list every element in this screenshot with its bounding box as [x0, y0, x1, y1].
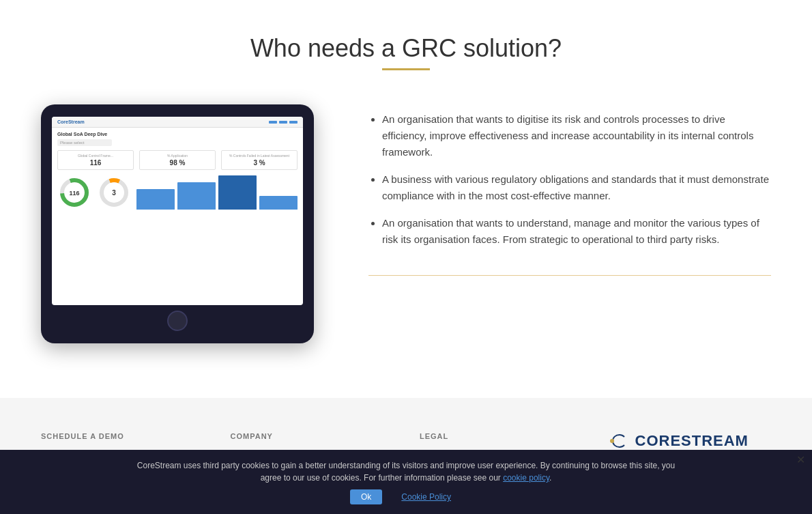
- nav-item[interactable]: [279, 121, 287, 124]
- bullet-item-3: An organisation that wants to understand…: [382, 215, 771, 248]
- bullet-list: An organisation that wants to digitise i…: [368, 111, 771, 248]
- tablet-frame: CoreStream Global SoA Deep Dive Please s…: [41, 104, 314, 343]
- stat-box-1: Global Control Frame... 116: [57, 150, 134, 170]
- stat-value-1: 116: [61, 159, 130, 167]
- logo-icon: [609, 433, 630, 448]
- legal-col-label: LEGAL: [420, 432, 582, 440]
- tablet-mockup: CoreStream Global SoA Deep Dive Please s…: [41, 104, 328, 343]
- stat-label-2: % Application: [143, 154, 212, 158]
- bar-chart: [136, 175, 298, 210]
- bar-1: [136, 189, 175, 210]
- cookie-banner: CoreStream uses third party cookies to g…: [0, 450, 812, 514]
- screen-charts: 116 3: [57, 175, 298, 210]
- main-section: Who needs a GRC solution? CoreStream: [0, 0, 812, 398]
- tablet-screen: CoreStream Global SoA Deep Dive Please s…: [52, 117, 303, 305]
- stat-value-2: 98 %: [143, 159, 212, 167]
- close-watermark-button[interactable]: ✕: [796, 453, 805, 466]
- page-title: Who needs a GRC solution?: [41, 34, 771, 63]
- bar-4: [259, 196, 298, 210]
- tablet-home-button[interactable]: [167, 311, 188, 331]
- cookie-policy-link[interactable]: cookie policy: [503, 473, 549, 483]
- donut-chart-2: 3: [97, 175, 131, 210]
- content-grid: CoreStream Global SoA Deep Dive Please s…: [41, 104, 771, 343]
- bar-2: [177, 182, 216, 210]
- svg-text:3: 3: [112, 189, 116, 197]
- bullet-item-1: An organisation that wants to digitise i…: [382, 111, 771, 160]
- screen-body: Global SoA Deep Dive Please select Globa…: [52, 128, 303, 214]
- bar-3: [218, 175, 257, 210]
- stat-box-3: % Controls Failed in Latest Assessment 3…: [221, 150, 298, 170]
- logo-text: CORESTREAM: [635, 432, 749, 450]
- section-divider: [368, 275, 771, 276]
- stat-label-1: Global Control Frame...: [61, 154, 130, 158]
- stat-label-3: % Controls Failed in Latest Assessment: [224, 154, 294, 158]
- cookie-message: CoreStream uses third party cookies to g…: [137, 461, 675, 483]
- donut-chart-1: 116: [57, 175, 91, 210]
- screen-stats: Global Control Frame... 116 % Applicatio…: [57, 150, 298, 170]
- screen-nav: [269, 121, 298, 124]
- cookie-policy-button[interactable]: Cookie Policy: [390, 489, 462, 504]
- schedule-label: Schedule a demo: [41, 432, 203, 440]
- cookie-buttons: Ok Cookie Policy: [350, 489, 462, 504]
- screen-header: CoreStream: [52, 117, 303, 128]
- bullet-item-2: A business with various regulatory oblig…: [382, 171, 771, 204]
- cookie-ok-button[interactable]: Ok: [350, 489, 382, 504]
- stat-value-3: 3 %: [224, 159, 294, 167]
- title-divider: [382, 68, 430, 70]
- screen-logo: CoreStream: [57, 119, 85, 124]
- stat-box-2: % Application 98 %: [139, 150, 216, 170]
- corestream-logo: CORESTREAM: [609, 432, 749, 450]
- svg-text:116: 116: [69, 190, 79, 197]
- cookie-text: CoreStream uses third party cookies to g…: [133, 459, 679, 484]
- screen-title: Global SoA Deep Dive: [57, 132, 298, 137]
- svg-point-8: [610, 439, 614, 443]
- company-col-label: COMPANY: [231, 432, 393, 440]
- bullet-section: An organisation that wants to digitise i…: [368, 104, 771, 276]
- nav-item[interactable]: [289, 121, 298, 124]
- screen-filter[interactable]: Please select: [57, 139, 112, 146]
- nav-item[interactable]: [269, 121, 277, 124]
